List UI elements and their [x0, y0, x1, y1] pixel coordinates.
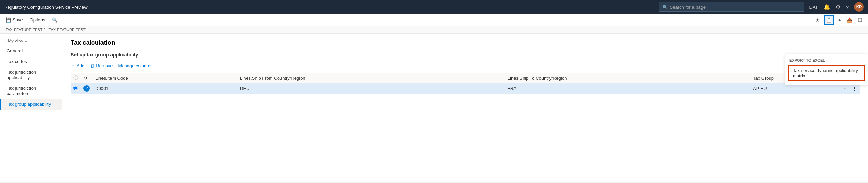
add-button[interactable]: ＋ Add [71, 62, 84, 69]
copy-button[interactable]: 📋 [824, 15, 834, 25]
col-refresh: ↻ [81, 73, 92, 83]
options-button[interactable]: Options [28, 17, 47, 23]
breadcrumb: TAX-FEATURE-TEST 2 : TAX-FEATURE-TEST [0, 26, 868, 34]
nav-item-general[interactable]: General [0, 45, 62, 56]
page-title: Tax calculation [71, 39, 860, 46]
section-title: Set up tax group applicability [71, 52, 860, 58]
row-item-code: D0001 [92, 83, 237, 94]
export-popup-item[interactable]: Tax service dynamic applicability matrix [788, 65, 865, 81]
settings-icon[interactable]: ⚙ [836, 4, 840, 10]
nav-right-area: DAT 🔔 ⚙ ? KP [809, 2, 864, 12]
refresh-icon[interactable]: ↻ [83, 76, 87, 81]
col-ship-to: Lines.Ship To Country/Region [505, 73, 750, 83]
manage-columns-button[interactable]: Manage columns [118, 62, 153, 69]
star-button[interactable]: ★ [814, 16, 821, 24]
left-nav: | My view ⌄ General Tax codes Tax jurisd… [0, 34, 62, 182]
row-ship-from: DEU [237, 83, 505, 94]
env-label: DAT [809, 5, 818, 10]
undo-button[interactable]: ● [837, 16, 842, 24]
chevron-down-icon: ⌄ [24, 38, 28, 43]
row-check-icon: ✓ [83, 85, 90, 92]
content-toolbar: ＋ Add 🗑 Remove Manage columns [71, 62, 860, 69]
search-input[interactable] [670, 5, 800, 10]
save-icon: 💾 [6, 17, 11, 23]
save-button[interactable]: 💾 Save [4, 17, 24, 23]
col-select [71, 73, 81, 83]
main-layout: | My view ⌄ General Tax codes Tax jurisd… [0, 34, 868, 182]
left-nav-view-label: | [6, 38, 7, 43]
help-icon[interactable]: ? [846, 4, 849, 10]
main-toolbar: 💾 Save Options 🔍 ★ 📋 ● 📤 ❐ [0, 14, 868, 26]
col-ship-from: Lines.Ship From Country/Region [237, 73, 505, 83]
row-ship-to: FRA [505, 83, 750, 94]
remove-button[interactable]: 🗑 Remove [90, 62, 113, 69]
nav-item-tax-jurisdiction-applicability[interactable]: Tax jurisdiction applicability [0, 67, 62, 83]
toolbar-right: ★ 📋 ● 📤 ❐ [814, 15, 864, 25]
my-view-header[interactable]: | My view ⌄ [0, 36, 62, 45]
search-toolbar-icon: 🔍 [52, 17, 57, 23]
row-expand-icon[interactable]: ⌄ [844, 86, 847, 90]
row-status-cell: ✓ [81, 83, 92, 94]
fullscreen-button[interactable]: ❐ [857, 16, 864, 24]
nav-item-tax-jurisdiction-parameters[interactable]: Tax jurisdiction parameters [0, 83, 62, 99]
top-nav: Regulatory Configuration Service Preview… [0, 0, 868, 14]
col-item-code: Lines.Item Code [92, 73, 237, 83]
app-title: Regulatory Configuration Service Preview [4, 5, 659, 10]
row-radio[interactable] [73, 86, 78, 90]
search-bar[interactable]: 🔍 [659, 2, 804, 12]
content-area: Tax calculation Set up tax group applica… [62, 34, 868, 182]
nav-item-tax-codes[interactable]: Tax codes [0, 56, 62, 67]
remove-icon: 🗑 [90, 63, 95, 68]
row-radio-cell [71, 83, 81, 94]
notification-icon[interactable]: 🔔 [824, 4, 830, 10]
search-button[interactable]: 🔍 [51, 17, 59, 23]
add-icon: ＋ [71, 62, 75, 69]
export-popup-title: EXPORT TO EXCEL [785, 57, 868, 64]
share-button[interactable]: 📤 [845, 16, 854, 24]
table-row[interactable]: ✓ D0001 DEU FRA AP-EU ⌄ ⋮ [71, 83, 860, 94]
nav-item-tax-group-applicability[interactable]: Tax group applicability [0, 99, 62, 110]
export-popup: EXPORT TO EXCEL Tax service dynamic appl… [785, 54, 868, 85]
search-icon: 🔍 [662, 5, 668, 10]
applicability-table: ↻ Lines.Item Code Lines.Ship From Countr… [71, 73, 860, 94]
avatar[interactable]: KP [854, 2, 864, 12]
select-all-radio[interactable] [73, 75, 78, 80]
